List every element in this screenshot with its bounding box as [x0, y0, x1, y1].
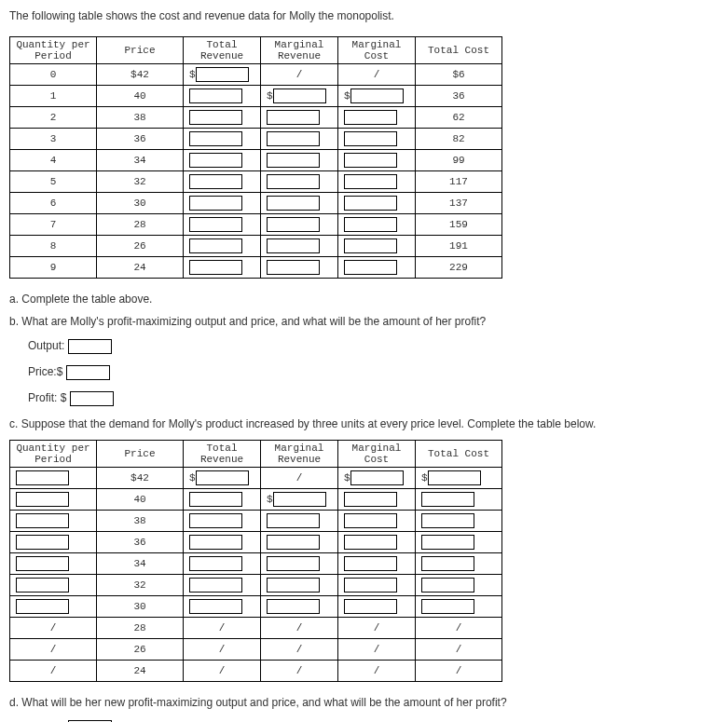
table-cell [261, 107, 338, 129]
cell-input[interactable] [344, 492, 397, 507]
cell-input[interactable] [428, 470, 481, 485]
cell-input[interactable] [344, 110, 397, 125]
table-cell: 40 [97, 489, 184, 511]
cell-input[interactable] [267, 196, 320, 211]
cell-input[interactable] [344, 131, 397, 146]
cell-input[interactable] [344, 174, 397, 189]
cell-input[interactable] [350, 470, 404, 485]
cell-input[interactable] [189, 513, 242, 528]
cell-input[interactable] [267, 217, 320, 232]
table-cell [10, 596, 97, 618]
cell-input[interactable] [267, 578, 320, 593]
cell-input[interactable] [16, 470, 69, 485]
output-input-b[interactable] [68, 339, 112, 354]
cell-input[interactable] [421, 556, 474, 571]
table-cell [184, 193, 261, 214]
cell-input[interactable] [267, 238, 320, 253]
cell-input[interactable] [189, 89, 242, 103]
cell-input[interactable] [196, 470, 249, 485]
cell-input[interactable] [267, 599, 320, 614]
cell-input[interactable] [344, 578, 397, 593]
cell-input[interactable] [421, 578, 474, 593]
table-cell [261, 575, 338, 596]
cell-input[interactable] [189, 131, 242, 146]
table-row: 0$42$//$6 [10, 64, 502, 86]
table-cell: / [416, 618, 502, 639]
table-cell: 34 [97, 553, 184, 575]
cell-input[interactable] [196, 67, 249, 82]
table-cell [261, 511, 338, 532]
table-cell: 26 [97, 639, 184, 661]
table-cell: / [184, 639, 261, 661]
cell-input[interactable] [189, 599, 242, 614]
table-cell: 24 [97, 257, 184, 279]
profit-input-b[interactable] [70, 391, 114, 406]
cell-input[interactable] [16, 578, 69, 593]
cell-input[interactable] [189, 153, 242, 168]
cell-input[interactable] [189, 196, 242, 211]
table-row: 36 [10, 532, 502, 553]
cell-input[interactable] [189, 492, 242, 507]
cell-input[interactable] [16, 535, 69, 550]
th-price-2: Price [97, 441, 184, 468]
table-row: 34 [10, 553, 502, 575]
table-cell: $ [184, 468, 261, 489]
cell-input[interactable] [344, 513, 397, 528]
cell-input[interactable] [16, 513, 69, 528]
cell-input[interactable] [344, 260, 397, 275]
cell-input[interactable] [16, 492, 69, 507]
cell-input[interactable] [344, 535, 397, 550]
table-cell: / [10, 661, 97, 682]
table-row: 23862 [10, 107, 502, 129]
cell-input[interactable] [189, 217, 242, 232]
cell-input[interactable] [189, 556, 242, 571]
cell-input[interactable] [267, 110, 320, 125]
cell-input[interactable] [267, 131, 320, 146]
th-mr: Marginal Revenue [261, 37, 338, 64]
cell-input[interactable] [189, 110, 242, 125]
table-cell [184, 171, 261, 193]
cell-input[interactable] [16, 599, 69, 614]
cell-input[interactable] [344, 599, 397, 614]
cell-input[interactable] [267, 535, 320, 550]
cell-input[interactable] [189, 238, 242, 253]
cell-input[interactable] [267, 153, 320, 168]
cell-input[interactable] [267, 174, 320, 189]
table-cell: / [338, 661, 416, 682]
cell-input[interactable] [344, 238, 397, 253]
cell-input[interactable] [273, 492, 326, 507]
cell-input[interactable] [421, 535, 474, 550]
dollar-prefix: $ [267, 90, 273, 102]
price-input-b[interactable] [66, 365, 110, 380]
cell-input[interactable] [189, 535, 242, 550]
cell-input[interactable] [267, 513, 320, 528]
table-cell [10, 532, 97, 553]
th-qty: Quantity per Period [10, 37, 97, 64]
cell-input[interactable] [189, 578, 242, 593]
cell-input[interactable] [421, 513, 474, 528]
table-row: 30 [10, 596, 502, 618]
table-cell: / [184, 618, 261, 639]
table-cell: 0 [10, 64, 97, 86]
cell-input[interactable] [344, 153, 397, 168]
cell-input[interactable] [189, 260, 242, 275]
dollar-prefix: $ [344, 472, 350, 484]
table-cell: / [416, 639, 502, 661]
cell-input[interactable] [267, 260, 320, 275]
cell-input[interactable] [16, 556, 69, 571]
table-cell: $ [261, 86, 338, 107]
question-c: c. Suppose that the demand for Molly's p… [9, 417, 719, 430]
cell-input[interactable] [189, 174, 242, 189]
intro-text: The following table shows the cost and r… [9, 9, 719, 22]
cell-input[interactable] [421, 599, 474, 614]
cell-input[interactable] [350, 89, 404, 103]
cell-input[interactable] [344, 556, 397, 571]
cell-input[interactable] [344, 217, 397, 232]
cell-input[interactable] [267, 556, 320, 571]
cell-input[interactable] [273, 89, 326, 103]
table-cell [416, 489, 502, 511]
cell-input[interactable] [421, 492, 474, 507]
th-mc-2: Marginal Cost [338, 441, 416, 468]
th-price: Price [97, 37, 184, 64]
cell-input[interactable] [344, 196, 397, 211]
